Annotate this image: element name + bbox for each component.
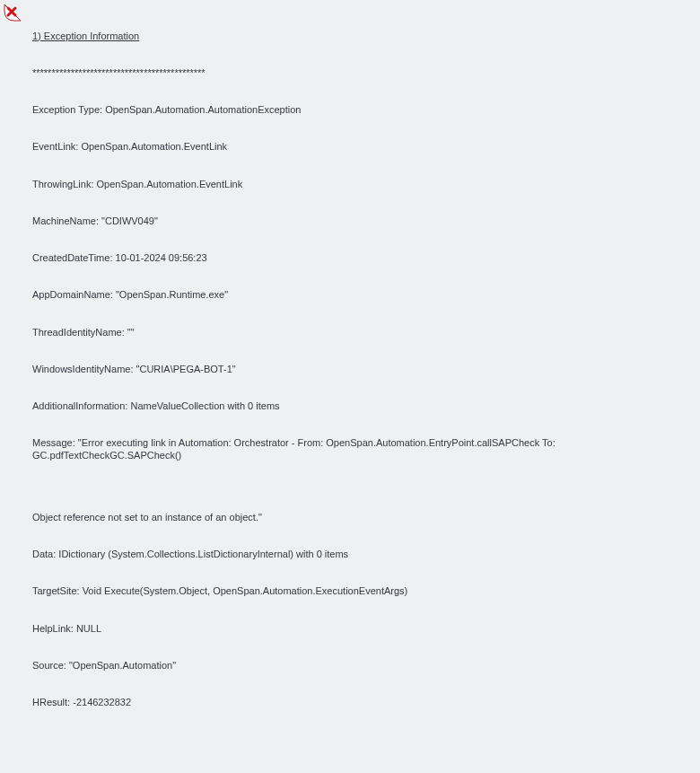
exception-1-header: 1) Exception Information xyxy=(32,31,693,43)
exception-text: 1) Exception Information ***************… xyxy=(32,5,693,773)
error-icon xyxy=(2,2,23,27)
separator: ****************************************… xyxy=(32,67,693,80)
exception-panel: 1) Exception Information ***************… xyxy=(0,0,700,773)
